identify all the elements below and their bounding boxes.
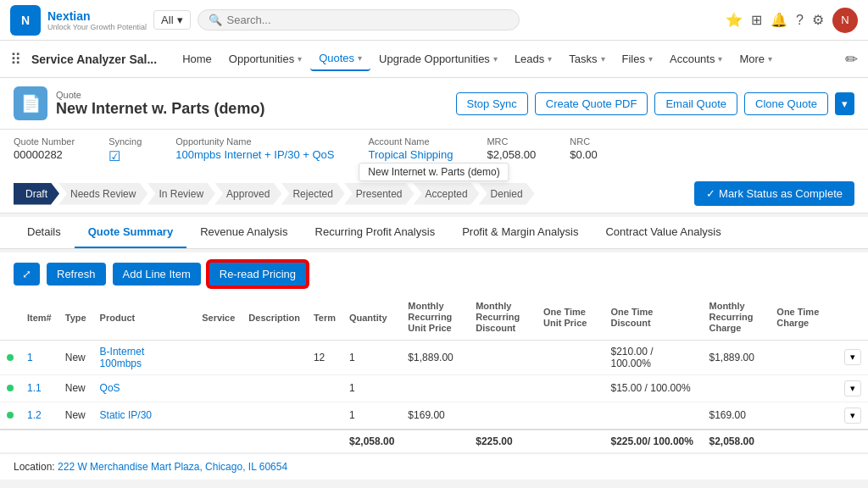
chevron-icon: ▾ [718,54,722,64]
col-header-4: Service [195,296,242,340]
logo-tagline: Unlock Your Growth Potential [47,23,147,31]
meta-field: Quote Number00000282 [14,136,75,161]
status-step-in-review[interactable]: In Review [147,183,215,205]
status-step-rejected[interactable]: Rejected [281,183,344,205]
logo-name: Nextian [47,9,147,23]
nav-item-opportunities[interactable]: Opportunities▾ [220,47,310,70]
logo-area: N Nextian Unlock Your Growth Potential [10,5,147,36]
col-header-10: One Time Unit Price [537,296,604,340]
chevron-icon: ▾ [298,54,302,64]
tooltip-popup: New Internet w. Parts (demo) [359,163,509,181]
chevron-icon: ▾ [768,54,772,64]
table-row: 1NewB-Internet 100mbps121$1,889.00$210.0… [0,340,868,374]
star-icon[interactable]: ⭐ [726,12,743,28]
status-step-accepted[interactable]: Accepted [414,183,480,205]
help-icon[interactable]: ? [796,13,804,28]
search-bar[interactable]: 🔍 [198,9,520,30]
re-read-pricing-button[interactable]: Re-read Pricing [208,261,308,287]
nav-item-accounts[interactable]: Accounts▾ [661,47,731,70]
app-logo-icon[interactable]: N [10,5,41,36]
meta-value[interactable]: 100mpbs Internet + IP/30 + QoS [175,148,334,161]
settings-icon[interactable]: ⚙ [812,12,824,28]
row-dropdown[interactable]: ▾ [844,349,861,365]
tab-details[interactable]: Details [14,217,75,248]
table-cell [0,374,20,402]
meta-field: Syncing☑ [108,136,142,164]
status-step-draft[interactable]: Draft [14,183,59,205]
meta-label: Opportunity Name [175,136,334,147]
nav-item-files[interactable]: Files▾ [614,47,661,70]
nav-item-home[interactable]: Home [174,47,220,70]
grid-menu-icon[interactable]: ⠿ [10,50,21,69]
edit-nav-icon[interactable]: ✏ [845,50,858,69]
email-quote-button[interactable]: Email Quote [654,92,737,115]
all-dropdown[interactable]: All ▾ [153,10,190,30]
status-step-presented[interactable]: Presented [344,183,415,205]
status-step-approved[interactable]: Approved [214,183,281,205]
table-cell [195,402,242,430]
status-dot [7,354,14,361]
meta-value: $2,058.00 [487,148,536,161]
item-number-link[interactable]: 1.2 [27,409,42,421]
nav-item-tasks[interactable]: Tasks▾ [560,47,613,70]
table-cell [469,374,537,402]
tab-quote-summary[interactable]: Quote Summary [75,217,186,248]
chevron-icon: ▾ [648,54,653,64]
add-line-item-button[interactable]: Add Line Item [113,263,201,286]
col-header-6: Term [307,296,342,340]
nav-item-leads[interactable]: Leads▾ [506,47,560,70]
quote-icon: 📄 [14,86,47,120]
col-header-3: Product [93,296,196,340]
clone-quote-button[interactable]: Clone Quote [744,92,828,115]
product-link[interactable]: B-Internet 100mbps [100,346,145,369]
stop-sync-button[interactable]: Stop Sync [456,92,528,115]
tab-revenue-analysis[interactable]: Revenue Analysis [186,217,301,248]
col-header-8: Monthly Recurring Unit Price [401,296,469,340]
item-number-link[interactable]: 1.1 [27,382,42,394]
row-dropdown[interactable]: ▾ [844,408,861,424]
col-header-7: Quantity [342,296,401,340]
refresh-button[interactable]: Refresh [47,263,106,286]
product-link[interactable]: Static IP/30 [100,409,152,421]
nav-item-quotes[interactable]: Quotes▾ [310,47,370,71]
table-cell: New [58,374,93,402]
total-cell [307,430,342,453]
table-cell: 1 [342,340,401,374]
tab-profit-and-margin-analysis[interactable]: Profit & Margin Analysis [448,217,592,248]
tab-recurring-profit-analysis[interactable]: Recurring Profit Analysis [302,217,449,248]
search-input[interactable] [227,14,509,26]
col-header-13: One Time Charge [770,296,837,340]
grid-icon[interactable]: ⊞ [751,12,762,28]
row-dropdown[interactable]: ▾ [844,380,861,396]
total-cell [20,430,58,453]
table-cell: Static IP/30 [93,402,196,430]
quote-title: New Internet w. Parts (demo) [56,100,448,118]
meta-label: Account Name [368,136,453,147]
location-address[interactable]: 222 W Merchandise Mart Plaza, Chicago, I… [58,461,287,473]
quote-header: 📄 Quote New Internet w. Parts (demo) Sto… [0,78,868,130]
nav-item-upgrade-opportunities[interactable]: Upgrade Opportunities▾ [370,47,506,70]
bell-icon[interactable]: 🔔 [771,12,787,28]
product-link[interactable]: QoS [100,382,120,394]
status-step-needs-review[interactable]: Needs Review [58,183,147,205]
expand-icon-button[interactable]: ⤢ [14,263,40,286]
quote-actions-dropdown[interactable]: ▾ [835,92,854,115]
status-step-denied[interactable]: Denied [479,183,535,205]
mark-complete-button[interactable]: ✓ Mark Status as Complete [694,181,854,206]
quote-actions: Stop Sync Create Quote PDF Email Quote C… [456,92,854,115]
item-number-link[interactable]: 1 [27,352,33,363]
meta-label: MRC [487,136,536,147]
meta-value[interactable]: Tropical Shipping [368,148,453,161]
table-cell [537,340,604,374]
total-cell [837,430,868,453]
user-avatar[interactable]: N [832,8,858,33]
table-cell [770,402,837,430]
create-quote-pdf-button[interactable]: Create Quote PDF [535,92,648,115]
meta-value: 00000282 [14,148,75,161]
table-cell: 1 [342,374,401,402]
meta-label: NRC [570,136,598,147]
table-cell: $1,889.00 [401,340,469,374]
totals-row: $2,058.00$225.00$225.00/ 100.00%$2,058.0… [0,430,868,453]
tab-contract-value-analysis[interactable]: Contract Value Analysis [592,217,734,248]
nav-item-more[interactable]: More▾ [731,47,781,70]
